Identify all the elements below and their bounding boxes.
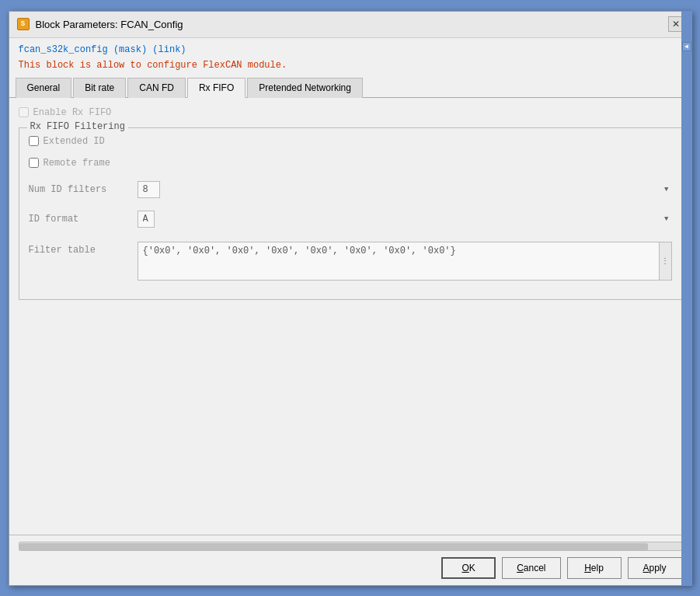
tab-content-rxfifo: Enable Rx FIFO Rx FIFO Filtering Extende… bbox=[9, 98, 691, 535]
scrollbar-thumb bbox=[19, 543, 648, 551]
cancel-label: Cancel bbox=[517, 563, 545, 573]
bottom-bar: OK Cancel Help Apply bbox=[9, 535, 691, 585]
tab-canfd[interactable]: CAN FD bbox=[127, 78, 186, 98]
tab-pretended[interactable]: Pretended Networking bbox=[247, 78, 363, 98]
filter-table-label: Filter table bbox=[29, 242, 138, 256]
content-area: fcan_s32k_config (mask) (link) This bloc… bbox=[9, 38, 691, 585]
subtitle-text: fcan_s32k_config (mask) (link) bbox=[9, 38, 691, 58]
button-row: OK Cancel Help Apply bbox=[19, 557, 682, 579]
tab-bitrate[interactable]: Bit rate bbox=[73, 78, 126, 98]
enable-rxfifo-label: Enable Rx FIFO bbox=[33, 107, 112, 118]
apply-label: Apply bbox=[643, 563, 666, 573]
num-id-filters-row: Num ID filters 8 16 24 32 40 bbox=[29, 178, 672, 201]
help-button[interactable]: Help bbox=[567, 557, 622, 579]
ok-label: OK bbox=[461, 563, 475, 573]
tab-bar: General Bit rate CAN FD Rx FIFO Pretende… bbox=[9, 77, 691, 98]
enable-rxfifo-row: Enable Rx FIFO bbox=[19, 106, 682, 120]
apply-button[interactable]: Apply bbox=[628, 557, 682, 579]
extended-id-checkbox[interactable] bbox=[29, 136, 39, 146]
extended-id-row: Extended ID bbox=[29, 134, 672, 148]
num-id-filters-wrapper: 8 16 24 32 40 bbox=[138, 181, 672, 198]
tab-general[interactable]: General bbox=[16, 78, 72, 98]
right-edge-bar: ◀ bbox=[681, 11, 692, 586]
tab-rxfifo[interactable]: Rx FIFO bbox=[187, 78, 246, 98]
id-format-row: ID format A B C bbox=[29, 207, 672, 231]
help-label: Help bbox=[584, 563, 604, 573]
dialog-title: Block Parameters: FCAN_Config bbox=[36, 19, 183, 30]
num-id-filters-value: 8 16 24 32 40 bbox=[138, 181, 672, 198]
num-id-filters-select[interactable]: 8 16 24 32 40 bbox=[138, 181, 160, 198]
filter-table-row: Filter table ⋮ bbox=[29, 237, 672, 284]
id-format-label: ID format bbox=[29, 214, 138, 225]
filter-table-menu-btn[interactable]: ⋮ bbox=[660, 242, 672, 281]
id-format-wrapper: A B C bbox=[138, 211, 672, 228]
filter-table-input[interactable] bbox=[138, 242, 660, 281]
edge-arrow-up[interactable]: ◀ bbox=[682, 42, 691, 51]
description-text: This block is allow to configure FlexCAN… bbox=[9, 58, 691, 77]
cancel-button[interactable]: Cancel bbox=[502, 557, 560, 579]
id-format-value: A B C bbox=[138, 211, 672, 228]
dialog-icon: S bbox=[17, 18, 30, 30]
ok-button[interactable]: OK bbox=[441, 557, 496, 579]
remote-frame-checkbox[interactable] bbox=[29, 158, 39, 168]
title-bar: S Block Parameters: FCAN_Config ✕ bbox=[9, 12, 691, 38]
rxfifo-filtering-group: Rx FIFO Filtering Extended ID Remote fra… bbox=[19, 127, 682, 300]
remote-frame-label: Remote frame bbox=[44, 158, 110, 169]
horizontal-scrollbar[interactable] bbox=[19, 542, 682, 551]
enable-rxfifo-checkbox[interactable] bbox=[19, 107, 29, 117]
extended-id-label: Extended ID bbox=[44, 136, 105, 147]
filter-table-wrapper: ⋮ bbox=[138, 242, 672, 281]
id-format-select[interactable]: A B C bbox=[138, 211, 155, 228]
remote-frame-row: Remote frame bbox=[29, 156, 672, 170]
group-title: Rx FIFO Filtering bbox=[27, 121, 128, 132]
num-id-filters-label: Num ID filters bbox=[29, 184, 138, 195]
